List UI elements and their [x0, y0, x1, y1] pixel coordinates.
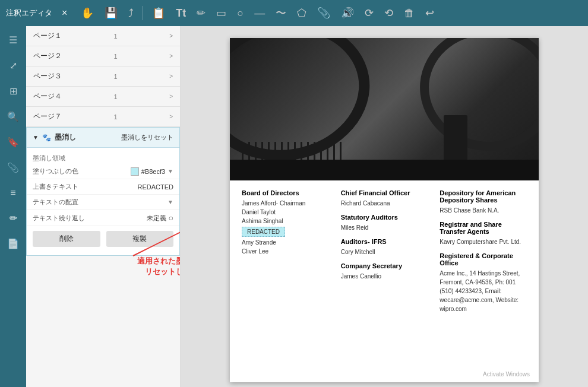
- registered-address: Acme Inc., 14 Hastings Street, Fremont, …: [440, 269, 527, 313]
- polygon-icon[interactable]: ⬠: [294, 5, 309, 21]
- delete-button[interactable]: 削除: [33, 231, 100, 247]
- curve-icon[interactable]: 〜: [273, 5, 289, 21]
- board-member-1: Daniel Taylot: [242, 208, 329, 217]
- text-align-dropdown[interactable]: ▼: [167, 199, 173, 205]
- page-count-7: 1: [114, 113, 118, 120]
- sidebar-grid-icon[interactable]: ⊞: [7, 83, 20, 99]
- sidebar-share-icon[interactable]: ⤢: [7, 58, 20, 74]
- pen-icon[interactable]: ✏: [194, 5, 208, 21]
- toolbar: 注釈エディタ × ✋ 💾 ⤴ 📋 Tt ✏ ▭ ○ — 〜 ⬠ 📎 🔊 ⟳ ⟲ …: [0, 0, 588, 26]
- page-label-3: ページ３: [33, 71, 62, 81]
- sidebar-attach-icon[interactable]: 📎: [5, 160, 21, 176]
- repeat-value-text: 未定義: [147, 214, 166, 223]
- overlay-text-value: REDACTED: [137, 183, 173, 191]
- sidebar-doc-icon[interactable]: 📄: [5, 236, 21, 252]
- cfo-name: Richard Cabacana: [341, 199, 428, 208]
- depository-bank: RSB Chase Bank N.A.: [440, 206, 527, 215]
- circle-icon[interactable]: ○: [234, 6, 246, 21]
- share-icon[interactable]: ⤴: [125, 6, 137, 21]
- page-label-7: ページ７: [33, 112, 62, 122]
- registrar-title: Registrar and Share Transfer Agents: [440, 221, 527, 235]
- text-repeat-row: テキスト繰り返し 未定義 ○: [27, 210, 179, 226]
- sidebar-list-icon[interactable]: ≡: [8, 185, 18, 201]
- stamp-icon[interactable]: 📋: [149, 5, 168, 21]
- sidebar-icons: ☰ ⤢ ⊞ 🔍 🔖 📎 ≡ ✏ 📄: [0, 26, 26, 387]
- page-label-2: ページ２: [33, 51, 62, 61]
- cfo-section: Chief Financial Officer Richard Cabacana: [341, 189, 428, 208]
- secretary-section: Company Secretary James Canellio: [341, 262, 428, 281]
- dropdown-align-icon[interactable]: ▼: [167, 199, 173, 205]
- board-member-2: Ashima Singhal: [242, 217, 329, 226]
- board-member-5: Cliver Lee: [242, 247, 329, 256]
- fill-color-value: #B8ecf3 ▼: [131, 167, 173, 176]
- secretary-title: Company Secretary: [341, 262, 428, 269]
- page-count-2: 1: [114, 53, 118, 60]
- chevron-icon-1: >: [169, 33, 173, 39]
- redaction-label: 墨消し: [55, 132, 76, 142]
- redaction-header-left: ▼ 🐾 墨消し: [33, 132, 76, 142]
- page-item-3[interactable]: ページ３ 1 >: [26, 66, 180, 87]
- board-member-4: Amy Strande: [242, 238, 329, 247]
- rect-icon[interactable]: ▭: [213, 5, 229, 21]
- dropdown-arrow-icon[interactable]: ▼: [167, 168, 173, 175]
- cfo-title: Chief Financial Officer: [341, 189, 428, 196]
- chevron-icon-7: >: [169, 113, 173, 120]
- page-item-4[interactable]: ページ４ 1 >: [26, 87, 180, 107]
- redaction-section-label: 墨消し領域: [27, 151, 179, 164]
- redaction-header: ▼ 🐾 墨消し 墨消しをリセット: [27, 128, 179, 148]
- board-section: Board of Directors James Alford- Chairma…: [242, 189, 329, 256]
- save-icon[interactable]: 💾: [102, 5, 121, 21]
- callout-text: 適用された墨消しをリセットします: [133, 256, 181, 277]
- undo-icon[interactable]: ↩: [422, 5, 437, 21]
- doc-content: Board of Directors James Alford- Chairma…: [230, 180, 539, 328]
- separator-1: [143, 6, 143, 20]
- activate-windows-text: Activate Windows: [483, 371, 530, 378]
- text-repeat-label: テキスト繰り返し: [33, 214, 85, 223]
- text-align-row: テキストの配置 ▼: [27, 195, 179, 210]
- registered-title: Registered & Corporate Office: [440, 252, 527, 267]
- depository-title: Depository for American Depository Share…: [440, 189, 527, 204]
- color-swatch[interactable]: [131, 167, 139, 176]
- overlay-text-row: 上書きテキスト REDACTED: [27, 179, 179, 195]
- fill-color-row: 塗りつぶしの色 #B8ecf3 ▼: [27, 164, 179, 179]
- document-image: [230, 38, 539, 180]
- pdf-page: Board of Directors James Alford- Chairma…: [230, 38, 539, 382]
- sidebar-search-icon[interactable]: 🔍: [5, 109, 21, 125]
- page-item-2[interactable]: ページ２ 1 >: [26, 46, 180, 66]
- overlay-text-label: 上書きテキスト: [33, 182, 78, 191]
- page-item-1[interactable]: ページ１ 1 >: [26, 26, 180, 46]
- text-align-label: テキストの配置: [33, 198, 78, 207]
- officers-col: Chief Financial Officer Richard Cabacana…: [341, 189, 428, 319]
- sidebar-bookmark-icon[interactable]: 🔖: [5, 134, 21, 150]
- board-col: Board of Directors James Alford- Chairma…: [242, 189, 329, 319]
- page-count-4: 1: [114, 93, 118, 100]
- redaction-reset-button[interactable]: 墨消しをリセット: [121, 133, 173, 142]
- page-count-1: 1: [114, 33, 118, 40]
- undo-right-icon[interactable]: ⟲: [381, 5, 396, 21]
- board-member-0: James Alford- Chairman: [242, 199, 329, 208]
- undo-left-icon[interactable]: ⟳: [362, 5, 377, 21]
- board-redacted-row: REDACTED: [242, 226, 329, 238]
- page-count-3: 1: [114, 73, 118, 80]
- sidebar-edit-icon[interactable]: ✏: [7, 210, 20, 226]
- attach-icon[interactable]: 📎: [314, 5, 333, 21]
- chevron-icon-3: >: [169, 73, 173, 80]
- page-label-1: ページ１: [33, 31, 62, 41]
- chevron-icon-2: >: [169, 53, 173, 59]
- registered-section: Registered & Corporate Office Acme Inc.,…: [440, 252, 527, 313]
- toolbar-title: 注釈エディタ: [6, 8, 52, 18]
- svg-line-0: [133, 229, 181, 256]
- audio-icon[interactable]: 🔊: [338, 5, 357, 21]
- sidebar-menu-icon[interactable]: ☰: [7, 32, 20, 48]
- ifrs-title: Auditors- IFRS: [341, 238, 428, 245]
- auditors-title: Statutory Auditors: [341, 214, 428, 221]
- collapse-arrow-icon[interactable]: ▼: [33, 134, 39, 141]
- close-button[interactable]: ×: [62, 8, 67, 18]
- text-icon[interactable]: Tt: [173, 6, 189, 21]
- ifrs-name: Cory Mitchell: [341, 248, 428, 256]
- page-item-7[interactable]: ページ７ 1 >: [26, 107, 180, 127]
- hand-tool-icon[interactable]: ✋: [78, 5, 97, 21]
- registrar-section: Registrar and Share Transfer Agents Kavr…: [440, 221, 527, 246]
- delete-icon[interactable]: 🗑: [401, 6, 418, 21]
- line-icon[interactable]: —: [251, 6, 268, 21]
